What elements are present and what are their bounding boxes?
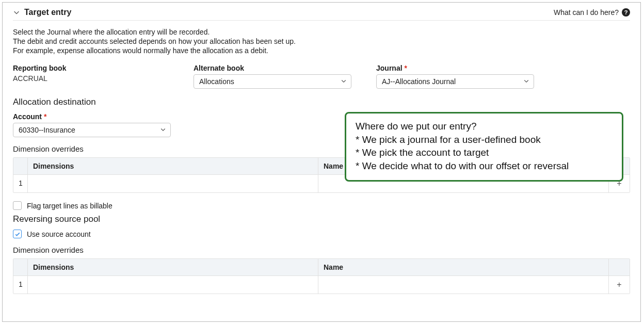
- add-row-cell[interactable]: +: [609, 276, 630, 294]
- dimensions-cell[interactable]: [28, 276, 318, 294]
- callout-bullet: * We decide what to do with our offset o…: [356, 159, 613, 173]
- reversing-dimension-overrides-table: Dimensions Name 1 +: [13, 258, 630, 294]
- reporting-book-field: Reporting book ACCRUAL: [13, 64, 194, 89]
- intro-text: Select the Journal where the allocation …: [13, 28, 630, 55]
- use-source-account-row: Use source account: [13, 230, 630, 238]
- account-value: 60330--Insurance: [19, 126, 75, 134]
- alternate-book-value: Allocations: [199, 77, 234, 86]
- flag-billable-row: Flag target lines as billable: [13, 201, 630, 210]
- dimensions-cell[interactable]: [28, 175, 318, 192]
- page-frame: Target entry What can I do here? ? Selec…: [2, 2, 641, 322]
- journal-field: Journal* AJ--Allocations Journal: [376, 64, 559, 89]
- name-cell[interactable]: [318, 276, 609, 294]
- required-indicator: *: [42, 112, 46, 121]
- help-link-label: What can I do here?: [554, 8, 619, 17]
- chevron-down-icon[interactable]: [13, 9, 20, 16]
- intro-line: Select the Journal where the allocation …: [13, 28, 630, 36]
- plus-icon: +: [617, 280, 621, 289]
- intro-line: For example, expense allocations would n…: [13, 46, 630, 55]
- alternate-book-field: Alternate book Allocations: [194, 64, 376, 89]
- flag-billable-checkbox[interactable]: [13, 201, 22, 210]
- reporting-book-label: Reporting book: [13, 64, 194, 72]
- reporting-book-value: ACCRUAL: [13, 74, 47, 83]
- journal-dropdown[interactable]: AJ--Allocations Journal: [376, 74, 534, 89]
- use-source-account-label: Use source account: [27, 230, 91, 238]
- callout-bullet: * We pick the account to target: [356, 146, 613, 159]
- journal-label: Journal*: [376, 64, 559, 72]
- intro-line: The debit and credit accounts selected d…: [13, 37, 630, 45]
- row-number-header: [13, 158, 28, 174]
- annotation-callout: Where do we put our entry? * We pick a j…: [345, 112, 623, 182]
- dimensions-column-header: Dimensions: [28, 259, 318, 275]
- section-header: Target entry What can I do here? ?: [13, 8, 630, 21]
- chevron-down-icon: [523, 77, 529, 86]
- callout-title: Where do we put our entry?: [356, 120, 613, 133]
- row-number-header: [13, 259, 28, 275]
- table-header-row: Dimensions Name: [13, 259, 630, 276]
- row-number: 1: [13, 175, 28, 192]
- row-number: 1: [13, 276, 28, 294]
- alternate-book-dropdown[interactable]: Allocations: [194, 74, 351, 89]
- account-dropdown[interactable]: 60330--Insurance: [13, 123, 171, 137]
- dimension-overrides-heading-2: Dimension overrides: [13, 246, 630, 254]
- actions-column-header: [609, 259, 630, 275]
- dimensions-column-header: Dimensions: [28, 158, 318, 174]
- question-circle-icon: ?: [622, 8, 630, 17]
- reversing-source-pool-heading: Reversing source pool: [13, 214, 630, 224]
- chevron-down-icon: [341, 77, 347, 86]
- allocation-destination-heading: Allocation destination: [13, 97, 630, 107]
- alternate-book-label: Alternate book: [194, 64, 376, 72]
- callout-bullet: * We pick a journal for a user-defined b…: [356, 133, 613, 147]
- required-indicator: *: [403, 64, 407, 72]
- help-link[interactable]: What can I do here? ?: [554, 8, 630, 17]
- flag-billable-label: Flag target lines as billable: [27, 202, 112, 210]
- chevron-down-icon: [160, 126, 166, 134]
- section-title: Target entry: [24, 8, 71, 17]
- table-row[interactable]: 1 +: [13, 276, 630, 294]
- journal-value: AJ--Allocations Journal: [382, 77, 456, 86]
- name-column-header: Name: [318, 259, 609, 275]
- use-source-account-checkbox[interactable]: [13, 230, 22, 238]
